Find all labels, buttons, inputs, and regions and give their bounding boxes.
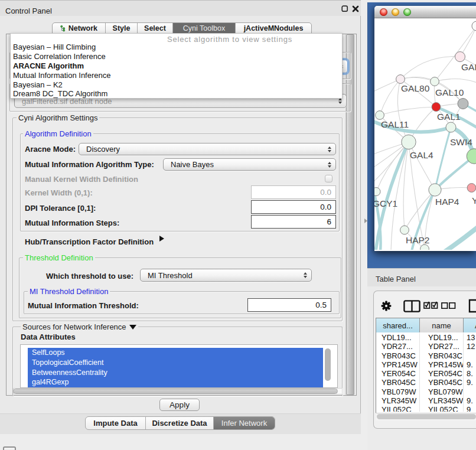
up-arrow-icon bbox=[328, 146, 331, 149]
collapsed-panel-box[interactable] bbox=[3, 446, 16, 450]
mi-threshold-field[interactable]: 0.5 bbox=[247, 298, 331, 312]
network-node-y[interactable] bbox=[467, 184, 476, 193]
tab-infer-network[interactable]: Infer Network bbox=[214, 417, 275, 429]
tab-network-label: Network bbox=[69, 24, 97, 32]
algorithm-item-3[interactable]: Mutual Information Inference bbox=[11, 71, 342, 80]
network-node[interactable] bbox=[472, 21, 476, 31]
network-edge-4 bbox=[380, 79, 400, 115]
column-header-shared[interactable]: shared... bbox=[376, 318, 420, 332]
network-edge-30 bbox=[435, 26, 476, 81]
attributes-hscrollbar-thumb[interactable] bbox=[13, 389, 338, 394]
kernel-width-field[interactable]: 0.0 bbox=[251, 185, 336, 199]
algorithm-item-1[interactable]: Basic Correlation Inference bbox=[11, 52, 342, 61]
down-arrow-icon bbox=[328, 150, 331, 152]
apply-button[interactable]: Apply bbox=[159, 399, 200, 411]
network-node-gal2[interactable] bbox=[455, 52, 465, 62]
table-cell: YER054C bbox=[376, 369, 420, 378]
close-window-icon[interactable] bbox=[352, 5, 359, 12]
up-arrow-icon bbox=[304, 272, 307, 275]
columns-icon[interactable] bbox=[403, 300, 420, 312]
which-threshold-value: MI Threshold bbox=[148, 271, 193, 280]
mi-algorithm-type-combo[interactable]: Naive Bayes bbox=[163, 158, 336, 171]
tab-style-label: Style bbox=[113, 24, 131, 32]
table-row-7[interactable]: YLR345WYLR345W9. bbox=[376, 396, 476, 405]
attribute-item-3[interactable]: gal4RGexp bbox=[28, 377, 323, 387]
panel-divider-arrow-icon[interactable] bbox=[364, 219, 367, 223]
combo-stepper-icon bbox=[338, 98, 342, 104]
tab-select[interactable]: Select bbox=[138, 23, 173, 33]
table-cell: YDR27... bbox=[376, 342, 420, 351]
control-panel-titlebar[interactable]: Control Panel bbox=[0, 1, 361, 16]
which-threshold-combo[interactable]: MI Threshold bbox=[140, 269, 312, 282]
data-attributes-list[interactable]: SelfLoopsTopologicalCoefficientBetweenne… bbox=[20, 344, 338, 388]
table-row-1[interactable]: YDR27...YDR27...12 bbox=[376, 342, 476, 351]
tab-style[interactable]: Style bbox=[106, 23, 138, 33]
column-header-name[interactable]: name bbox=[420, 318, 464, 332]
tab-jactivemnodules[interactable]: jActiveMNodules bbox=[236, 23, 311, 33]
tab-discretize-data-label: Discretize Data bbox=[152, 419, 207, 428]
tab-cyni-toolbox[interactable]: Cyni Toolbox bbox=[173, 23, 236, 33]
aracne-mode-combo[interactable]: Discovery bbox=[79, 143, 336, 155]
network-node-gcy1[interactable] bbox=[374, 188, 380, 196]
unchecked-pair-icon[interactable] bbox=[441, 302, 456, 309]
close-traffic-light[interactable] bbox=[380, 8, 387, 16]
attribute-item-2[interactable]: BetweennessCentrality bbox=[28, 368, 323, 378]
algorithm-items: Bayesian – Hill ClimbingBasic Correlatio… bbox=[11, 43, 342, 99]
sources-collapse-arrow-icon bbox=[129, 325, 136, 330]
tab-select-label: Select bbox=[144, 24, 166, 32]
node-label-gal11: GAL11 bbox=[381, 119, 409, 129]
sources-title-wrap[interactable]: Sources for Network Inference bbox=[21, 322, 138, 331]
algorithm-item-2[interactable]: ARACNE Algorithm bbox=[11, 61, 342, 71]
attributes-vscrollbar[interactable] bbox=[325, 348, 331, 381]
gear-icon[interactable] bbox=[381, 301, 392, 311]
node-label-y: Y bbox=[472, 195, 476, 206]
network-window-titlebar[interactable] bbox=[374, 6, 476, 18]
file-icon[interactable] bbox=[468, 299, 476, 313]
network-node-hap4[interactable] bbox=[429, 184, 441, 196]
dpi-tolerance-field[interactable]: 0.0 bbox=[251, 200, 336, 214]
minimize-traffic-light[interactable] bbox=[392, 8, 399, 16]
manual-kernel-width-label: Manual Kernel Width Definition bbox=[25, 175, 138, 184]
manual-kernel-width-checkbox[interactable] bbox=[325, 175, 332, 182]
network-graph: GAL2GAL80GAL10GAL1GAL11SWI4GAL4GCY1HAP4Y… bbox=[374, 18, 476, 250]
algorithm-item-4[interactable]: Bayesian – K2 bbox=[11, 80, 342, 90]
table-row-0[interactable]: YDL19...YDL19...13 bbox=[376, 333, 476, 342]
network-node[interactable] bbox=[420, 244, 429, 250]
algorithm-item-5[interactable]: Dream8 DC_TDC Algorithm bbox=[11, 89, 342, 99]
table-row-6[interactable]: YBL079WYBL079W bbox=[376, 387, 476, 396]
network-canvas[interactable]: GAL2GAL80GAL10GAL1GAL11SWI4GAL4GCY1HAP4Y… bbox=[374, 18, 476, 250]
tab-impute-data[interactable]: Impute Data bbox=[86, 417, 146, 429]
node-label-hap2: HAP2 bbox=[406, 235, 430, 245]
table-row-5[interactable]: YBR045CYBR045C9. bbox=[376, 378, 476, 387]
hub-expand-arrow-icon[interactable] bbox=[159, 236, 164, 242]
mi-steps-field[interactable]: 6 bbox=[251, 215, 336, 229]
network-edge-12 bbox=[380, 107, 436, 115]
network-node-gal80[interactable] bbox=[396, 75, 405, 84]
tab-network[interactable]: Network bbox=[53, 23, 106, 33]
network-node-hap2[interactable] bbox=[400, 226, 409, 234]
table-hscrollbar-thumb[interactable] bbox=[377, 414, 476, 419]
tab-discretize-data[interactable]: Discretize Data bbox=[146, 417, 214, 429]
network-node-gal4[interactable] bbox=[402, 135, 416, 149]
network-node-gal11[interactable] bbox=[376, 111, 384, 120]
kernel-width-label: Kernel Width (0,1): bbox=[25, 188, 93, 197]
down-arrow-icon bbox=[304, 276, 307, 278]
column-header-a[interactable]: A bbox=[464, 318, 476, 332]
attribute-item-0[interactable]: SelfLoops bbox=[28, 348, 323, 358]
checked-pair-icon[interactable] bbox=[423, 301, 438, 309]
table-row-8[interactable]: YIL052CYIL052C9 bbox=[376, 405, 476, 412]
node-label-gal4: GAL4 bbox=[410, 150, 433, 160]
float-window-icon[interactable] bbox=[341, 5, 348, 12]
attribute-item-1[interactable]: TopologicalCoefficient bbox=[28, 358, 323, 368]
network-node-swi4[interactable] bbox=[446, 122, 456, 132]
zoom-traffic-light[interactable] bbox=[403, 8, 411, 16]
mi-algorithm-type-value: Naive Bayes bbox=[171, 160, 214, 169]
table-row-3[interactable]: YPR145WYPR145W9. bbox=[376, 360, 476, 369]
network-node[interactable] bbox=[458, 99, 468, 109]
algorithm-item-0[interactable]: Bayesian – Hill Climbing bbox=[11, 43, 342, 52]
table-row-2[interactable]: YBR043CYBR043C bbox=[376, 351, 476, 360]
table-row-4[interactable]: YER054CYER054C8. bbox=[376, 369, 476, 378]
network-node-gal10[interactable] bbox=[431, 77, 439, 86]
network-node-gal1[interactable] bbox=[432, 103, 441, 112]
node-label-swi4: SWI4 bbox=[450, 137, 472, 147]
